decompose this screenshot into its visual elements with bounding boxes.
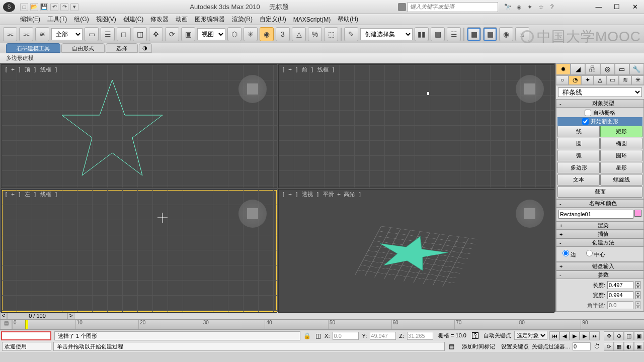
key-filters-button[interactable]: 关键点过滤器… [532,343,571,350]
add-time-tag[interactable]: 添加时间标记 [458,343,499,350]
cmdtab-display-icon[interactable]: ▭ [615,63,629,75]
cmdtab-motion-icon[interactable]: ◎ [600,63,615,75]
nav-fov-icon[interactable]: ◫ [624,331,634,340]
coord-x[interactable] [333,332,359,340]
timeline-next[interactable]: > [67,312,74,319]
menu-customize[interactable]: 自定义(U) [260,15,286,24]
object-name-input[interactable] [558,210,633,219]
fillet-input[interactable] [607,301,633,309]
object-color-swatch[interactable] [634,210,641,217]
menu-group[interactable]: 组(G) [74,15,89,24]
ribbon-tab-graphite[interactable]: 石墨建模工具 [6,43,60,53]
subtab-geometry-icon[interactable]: ○ [556,75,569,85]
width-spinner[interactable]: ▲▼ [635,291,640,299]
rollout-objtype[interactable]: -对象类型 [556,99,644,108]
pct-snap-icon[interactable]: % [308,27,322,41]
render-setup-icon[interactable]: ☼ [515,27,529,41]
rect-region-icon[interactable]: ◻ [117,27,131,41]
subtab-cameras-icon[interactable]: ◬ [594,75,606,85]
nav-pan-icon[interactable]: ✥ [604,331,614,340]
timeline-prev[interactable]: < [0,312,7,319]
named-selection-sets[interactable]: 创建选择集 [360,28,413,40]
autokey-label[interactable]: 自动关键点 [481,331,513,340]
bind-icon[interactable]: ≋ [35,27,49,41]
scale-icon[interactable]: ▣ [181,27,195,41]
menu-maxscript[interactable]: MAXScript(M) [293,16,331,23]
prev-frame-icon[interactable]: ◀ [559,331,570,340]
schematic-icon[interactable]: ▦ [483,27,497,41]
angle-snap-icon[interactable]: △ [292,27,306,41]
rollout-params[interactable]: -参数 [556,270,644,279]
subtab-systems-icon[interactable]: ✳ [631,75,644,85]
subtab-lights-icon[interactable]: ✦ [581,75,594,85]
method-center-radio[interactable]: 中心 [586,250,605,258]
menu-rendering[interactable]: 渲染(R) [232,15,253,24]
select-name-icon[interactable]: ☰ [101,27,115,41]
shape-section[interactable]: 截面 [557,186,642,198]
qat-undo-icon[interactable]: ↶ [50,3,58,11]
cmdtab-utilities-icon[interactable]: 🔧 [629,63,644,75]
time-config-icon[interactable]: ⏱ [593,343,602,350]
key-icon[interactable]: ⚿ [471,331,479,340]
search-box[interactable] [408,2,498,12]
manipulate-icon[interactable]: ✳ [244,27,258,41]
nav-max-icon[interactable]: ▣ [634,342,644,351]
pivot-icon[interactable]: ⬡ [227,27,242,41]
trackbar-icon[interactable]: ▤ [0,320,12,329]
window-crossing-icon[interactable]: ◫ [133,27,147,41]
maximize-button[interactable]: ☐ [608,1,626,13]
move-icon[interactable]: ✥ [149,27,163,41]
rollout-interp[interactable]: +插值 [556,230,644,238]
align-icon[interactable]: ▤ [431,27,445,41]
script-icon[interactable]: ▤ [447,343,456,350]
viewport-front[interactable]: [ + ] 前 ] 线框 ] [278,64,554,188]
shape-ellipse[interactable]: 椭圆 [600,138,642,149]
nav-roll-icon[interactable]: ◐ [624,342,634,351]
help-icon[interactable]: ? [547,3,556,12]
cmdtab-modify-icon[interactable]: ◢ [571,63,585,75]
method-edge-radio[interactable]: 边 [562,250,576,258]
ribbon-tab-freeform[interactable]: 自由形式 [61,43,105,53]
cmdtab-create-icon[interactable]: ✹ [556,63,571,75]
keyframe-marker[interactable] [25,320,28,329]
menu-help[interactable]: 帮助(H) [338,15,358,24]
goto-start-icon[interactable]: ⏮ [549,331,559,340]
menu-tools[interactable]: 工具(T) [47,15,67,24]
current-frame-input[interactable] [573,342,591,350]
lock-icon[interactable]: 🔒 [302,332,311,339]
shape-line[interactable]: 线 [557,126,600,137]
length-input[interactable] [607,281,633,289]
viewcube-icon[interactable] [516,75,544,103]
viewcube-icon[interactable] [238,75,267,103]
shape-rectangle[interactable]: 矩形 [600,126,642,137]
subtab-helpers-icon[interactable]: ▭ [606,75,619,85]
select-icon[interactable]: ▭ [85,27,99,41]
ribbon-collapse-icon[interactable]: ◑ [139,43,152,53]
nav-walk-icon[interactable]: ▦ [614,342,624,351]
time-slider[interactable]: 0 / 100 [7,312,67,319]
link-icon[interactable]: ⫘ [3,27,17,41]
play-icon[interactable]: ▶ [570,331,580,340]
app-logo[interactable]: S [3,2,15,12]
viewcube-icon[interactable] [238,200,267,228]
fillet-spinner[interactable]: ▲▼ [635,301,640,309]
mirror-icon[interactable]: ▮▮ [415,27,429,41]
width-input[interactable] [607,291,633,299]
menu-create[interactable]: 创建(C) [123,15,144,24]
shape-ngon[interactable]: 多边形 [557,162,600,173]
shape-circle[interactable]: 圆 [557,138,600,149]
qat-new-icon[interactable]: □ [20,3,28,11]
qat-save-icon[interactable]: 💾 [40,3,48,11]
autogrid-checkbox[interactable] [585,110,591,116]
layers-icon[interactable]: ☱ [447,27,461,41]
time-ruler[interactable]: ▤ 0 10 20 30 40 50 60 70 80 90 [0,320,644,330]
coord-z[interactable] [407,332,433,340]
rollout-method[interactable]: -创建方法 [556,238,644,247]
menu-grapheditors[interactable]: 图形编辑器 [195,15,225,24]
viewport-left[interactable]: [ + ] 左 ] 线框 ] [1,189,277,313]
isolate-icon[interactable]: ◫ [313,332,323,339]
viewport-perspective[interactable]: [ + ] 透视 ] 平滑 + 高光 ] [278,189,554,313]
binoculars-icon[interactable]: 🔭 [503,3,512,12]
menu-animation[interactable]: 动画 [176,15,188,24]
shape-category-dropdown[interactable]: 样条线 [558,87,642,97]
